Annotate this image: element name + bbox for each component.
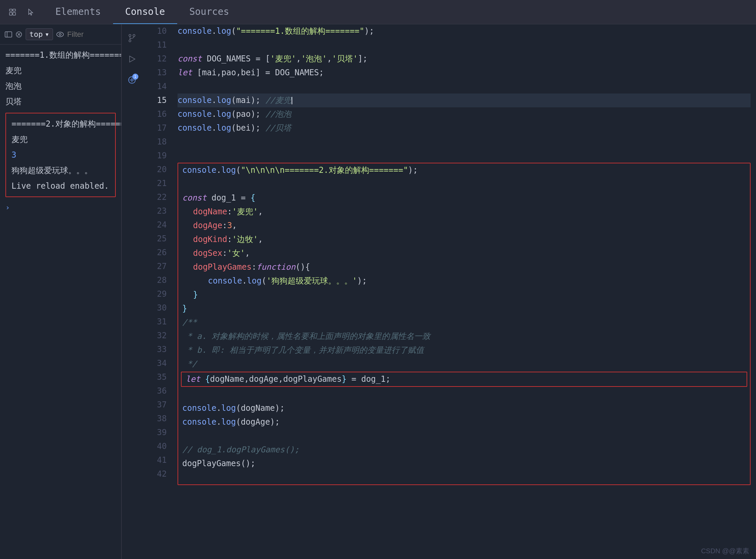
console-line: 3 (6, 147, 115, 163)
line-num: 20 (157, 163, 167, 177)
line-num: 42 (157, 467, 167, 481)
svg-point-12 (133, 35, 135, 37)
code-line-27: dogPlayGames:function(){ (178, 260, 750, 274)
line-num: 34 (157, 356, 167, 370)
code-line-31: /** (178, 316, 750, 330)
line-num: 21 (157, 177, 167, 191)
line-numbers: 10 11 12 13 14 15 16 17 18 19 20 21 22 2… (142, 24, 172, 559)
code-region-inner: let {dogName,dogAge,dogPlayGames} = dog_… (181, 372, 747, 387)
line-num: 17 (157, 121, 167, 135)
console-line: Live reload enabled. (6, 178, 115, 194)
svg-rect-1 (13, 9, 16, 11)
context-selector[interactable]: top ▾ (26, 28, 53, 40)
console-chevron[interactable]: › (0, 201, 121, 214)
breakpoint-icon[interactable]: 1 (125, 73, 139, 87)
svg-marker-14 (130, 56, 135, 62)
code-line-30: } (178, 302, 750, 316)
svg-point-10 (59, 33, 61, 36)
chevron-down-icon: ▾ (45, 30, 49, 39)
line-num: 32 (157, 329, 167, 343)
code-line-38: console.log(dogAge); (178, 415, 750, 429)
code-line-41: dogPlayGames(); (178, 457, 750, 471)
main-content: top ▾ =======1.数组的解构======= 麦兜 泡泡 贝塔 ===… (0, 24, 756, 559)
code-editor: 10 11 12 13 14 15 16 17 18 19 20 21 22 2… (142, 24, 756, 559)
console-line: 贝塔 (0, 94, 121, 109)
code-line-37: console.log(dogName); (178, 401, 750, 415)
line-num: 26 (157, 246, 167, 260)
line-num: 23 (157, 204, 167, 218)
watermark: CSDN @@素素 (701, 546, 749, 556)
line-num: 12 (157, 52, 167, 66)
console-toolbar: top ▾ (0, 24, 121, 45)
svg-point-11 (129, 35, 131, 37)
line-num: 41 (157, 453, 167, 467)
code-line-33: * b. 即: 相当于声明了几个变量，并对新声明的变量进行了赋值 (178, 343, 750, 357)
console-line: 泡泡 (0, 78, 121, 94)
code-line-21 (178, 177, 750, 191)
code-line-39 (178, 429, 750, 443)
console-line: =======2.对象的解构======= (6, 116, 115, 132)
line-num: 25 (157, 232, 167, 246)
cursor-icon[interactable] (24, 5, 38, 19)
line-num: 38 (157, 412, 167, 426)
svg-rect-2 (9, 13, 12, 15)
line-num: 14 (157, 80, 167, 93)
code-line-40: // dog_1.dogPlayGames(); (178, 443, 750, 457)
line-num: 15 (157, 93, 167, 107)
line-num: 39 (157, 426, 167, 440)
console-panel: top ▾ =======1.数组的解构======= 麦兜 泡泡 贝塔 ===… (0, 24, 121, 559)
line-num: 13 (157, 66, 167, 80)
line-num: 36 (157, 384, 167, 398)
line-num: 19 (157, 149, 167, 163)
svg-rect-0 (9, 9, 12, 11)
line-num: 22 (157, 191, 167, 204)
code-line-10: console.log("=======1.数组的解构======="); (178, 24, 751, 38)
line-num: 24 (157, 218, 167, 232)
code-line-28: console.log('狗狗超级爱玩球。。。'); (178, 274, 750, 288)
line-num: 33 (157, 343, 167, 356)
console-line: 麦兜 (6, 132, 115, 147)
tab-elements[interactable]: Elements (43, 0, 113, 24)
code-line-25: dogKind:'边牧', (178, 232, 750, 246)
code-line-35: let {dogName,dogAge,dogPlayGames} = dog_… (182, 372, 747, 386)
eye-icon[interactable] (56, 28, 64, 41)
code-line-23: dogName:'麦兜', (178, 205, 750, 219)
devtools-toolbar: Elements Console Sources (0, 0, 756, 24)
line-num: 11 (157, 38, 167, 52)
git-icon[interactable] (125, 31, 139, 45)
code-line-19 (178, 149, 751, 163)
code-line-14 (178, 80, 751, 93)
code-line-36 (178, 387, 750, 401)
svg-point-13 (129, 40, 131, 42)
context-label: top (29, 30, 43, 39)
code-line-22: const dog_1 = { (178, 191, 750, 205)
line-num: 18 (157, 135, 167, 149)
code-line-34: */ (178, 357, 750, 371)
code-line-15: console.log(mai); //麦兜 (178, 93, 751, 107)
line-num: 10 (157, 24, 167, 38)
line-num: 28 (157, 273, 167, 287)
code-line-13: let [mai,pao,bei] = DOG_NAMES; (178, 66, 751, 80)
code-area[interactable]: console.log("=======1.数组的解构======="); co… (172, 24, 756, 559)
console-section-box: =======2.对象的解构======= 麦兜 3 狗狗超级爱玩球。。。 Li… (5, 113, 116, 197)
clear-icon[interactable] (16, 28, 22, 41)
console-line: =======1.数组的解构======= (0, 47, 121, 63)
badge-count: 1 (132, 73, 138, 80)
code-line-26: dogSex:'女', (178, 246, 750, 260)
inspect-icon[interactable] (5, 5, 20, 19)
console-line: 狗狗超级爱玩球。。。 (6, 163, 115, 178)
line-num: 40 (157, 440, 167, 453)
code-line-18 (178, 135, 751, 149)
code-line-29: } (178, 288, 750, 302)
code-line-20: console.log("\n\n\n\n=======2.对象的解构=====… (178, 163, 750, 177)
tab-console[interactable]: Console (113, 0, 177, 24)
code-line-17: console.log(bei); //贝塔 (178, 121, 751, 135)
sidebar-toggle-icon[interactable] (5, 28, 12, 41)
tab-sources[interactable]: Sources (177, 0, 241, 24)
svg-point-9 (57, 32, 64, 37)
line-num: 31 (157, 315, 167, 329)
line-num: 27 (157, 260, 167, 273)
play-icon[interactable] (125, 52, 139, 66)
code-line-16: console.log(pao); //泡泡 (178, 107, 751, 121)
code-line-42 (178, 471, 750, 485)
